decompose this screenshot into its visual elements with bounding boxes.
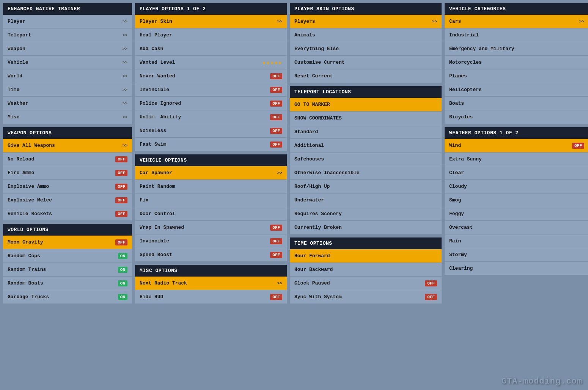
section-gap xyxy=(3,124,132,127)
rain[interactable]: Rain xyxy=(445,234,588,248)
animals-label: Animals xyxy=(294,32,315,38)
emergency-military[interactable]: Emergency and Military xyxy=(445,42,588,56)
wanted-level[interactable]: Wanted Level ★★★★★ xyxy=(135,56,287,69)
hour-forward[interactable]: Hour Forward xyxy=(290,249,442,263)
heal-player[interactable]: Heal Player xyxy=(135,28,287,42)
stormy[interactable]: Stormy xyxy=(445,248,588,262)
customise-current[interactable]: Customise Current xyxy=(290,56,442,69)
smog[interactable]: Smog xyxy=(445,193,588,207)
foggy-label: Foggy xyxy=(449,211,464,217)
hide-hud[interactable]: Hide HUD OFF xyxy=(135,290,287,304)
random-trains[interactable]: Random Trains ON xyxy=(3,263,132,277)
status-badge: OFF xyxy=(115,156,127,162)
random-cops[interactable]: Random Cops ON xyxy=(3,249,132,263)
cars[interactable]: Cars >> xyxy=(445,15,588,28)
moon-gravity[interactable]: Moon Gravity OFF xyxy=(3,236,132,249)
hour-backward[interactable]: Hour Backward xyxy=(290,263,442,277)
everything-else[interactable]: Everything Else xyxy=(290,42,442,56)
clearing-label: Clearing xyxy=(449,266,473,271)
garbage-trucks[interactable]: Garbage Trucks ON xyxy=(3,290,132,304)
roof-high-up-label: Roof/High Up xyxy=(294,184,330,189)
fire-ammo[interactable]: Fire Ammo OFF xyxy=(3,166,132,180)
show-coordinates[interactable]: SHOW COORDINATES xyxy=(290,112,442,125)
menu-world[interactable]: World >> xyxy=(3,69,132,83)
menu-weapon[interactable]: Weapon >> xyxy=(3,42,132,56)
industrial[interactable]: Industrial xyxy=(445,28,588,42)
foggy[interactable]: Foggy xyxy=(445,207,588,221)
wrap-in-spawned[interactable]: Wrap In Spawned OFF xyxy=(135,221,287,234)
status-badge: OFF xyxy=(115,170,127,176)
menu-teleport[interactable]: Teleport >> xyxy=(3,28,132,42)
invincible-player-label: Invincible xyxy=(140,87,169,93)
go-to-marker[interactable]: GO TO MARKER xyxy=(290,98,442,112)
sync-with-system[interactable]: Sync With System OFF xyxy=(290,290,442,304)
give-all-weapons[interactable]: Give All Weapons >> xyxy=(3,139,132,153)
door-control[interactable]: Door Control xyxy=(135,207,287,221)
currently-broken[interactable]: Currently Broken xyxy=(290,221,442,234)
never-wanted[interactable]: Never Wanted OFF xyxy=(135,69,287,83)
clearing[interactable]: Clearing xyxy=(445,262,588,275)
main-menu: Player >> Teleport >> Weapon >> Vehicle … xyxy=(3,15,132,124)
cloudy[interactable]: Cloudy xyxy=(445,180,588,193)
fast-swim[interactable]: Fast Swim OFF xyxy=(135,138,287,151)
no-reload[interactable]: No Reload OFF xyxy=(3,153,132,166)
noiseless[interactable]: Noiseless OFF xyxy=(135,124,287,138)
underwater[interactable]: Underwater xyxy=(290,193,442,207)
menu-time[interactable]: Time >> xyxy=(3,83,132,97)
noiseless-label: Noiseless xyxy=(140,128,166,134)
wind[interactable]: Wind OFF xyxy=(445,139,588,153)
sync-with-system-label: Sync With System xyxy=(294,294,342,300)
invincible-vehicle[interactable]: Invincible OFF xyxy=(135,234,287,248)
arrow-icon: >> xyxy=(123,19,127,24)
overcast[interactable]: Overcast xyxy=(445,221,588,234)
moon-gravity-label: Moon Gravity xyxy=(8,239,43,245)
requires-scenery[interactable]: Requires Scenery xyxy=(290,207,442,221)
police-ignored[interactable]: Police Ignored OFF xyxy=(135,97,287,110)
standard[interactable]: Standard xyxy=(290,125,442,139)
clear[interactable]: Clear xyxy=(445,166,588,180)
menu-player[interactable]: Player >> xyxy=(3,15,132,28)
vehicle-cat-menu: Cars >> Industrial Emergency and Militar… xyxy=(445,15,588,124)
invincible-player[interactable]: Invincible OFF xyxy=(135,83,287,97)
players[interactable]: Players >> xyxy=(290,15,442,28)
door-control-label: Door Control xyxy=(140,211,175,217)
fix[interactable]: Fix xyxy=(135,193,287,207)
section-gap xyxy=(290,83,442,86)
clock-paused[interactable]: Clock Paused OFF xyxy=(290,277,442,290)
extra-sunny[interactable]: Extra Sunny xyxy=(445,153,588,166)
vehicle-rockets[interactable]: Vehicle Rockets OFF xyxy=(3,207,132,221)
underwater-label: Underwater xyxy=(294,197,324,203)
safehouses[interactable]: Safehouses xyxy=(290,153,442,166)
player-skin[interactable]: Player Skin >> xyxy=(135,15,287,28)
next-radio-track[interactable]: Next Radio Track >> xyxy=(135,277,287,290)
helicopters[interactable]: Helicopters xyxy=(445,83,588,97)
car-spawner[interactable]: Car Spawner >> xyxy=(135,166,287,180)
paint-random-label: Paint Random xyxy=(140,184,175,189)
motorcycles[interactable]: Motorcycles xyxy=(445,56,588,69)
unlim-ability[interactable]: Unlim. Ability OFF xyxy=(135,110,287,124)
roof-high-up[interactable]: Roof/High Up xyxy=(290,180,442,193)
menu-weather[interactable]: Weather >> xyxy=(3,97,132,110)
reset-current[interactable]: Reset Current xyxy=(290,69,442,83)
additional[interactable]: Additional xyxy=(290,139,442,153)
menu-vehicle[interactable]: Vehicle >> xyxy=(3,56,132,69)
menu-misc[interactable]: Misc >> xyxy=(3,110,132,124)
col2-panel: PLAYER OPTIONS 1 OF 2 Player Skin >> Hea… xyxy=(135,3,287,304)
planes[interactable]: Planes xyxy=(445,69,588,83)
explosive-ammo[interactable]: Explosive Ammo OFF xyxy=(3,180,132,193)
section-gap xyxy=(290,234,442,237)
animals[interactable]: Animals xyxy=(290,28,442,42)
speed-boost[interactable]: Speed Boost OFF xyxy=(135,248,287,262)
status-badge: OFF xyxy=(115,211,127,217)
paint-random[interactable]: Paint Random xyxy=(135,180,287,193)
boats[interactable]: Boats xyxy=(445,97,588,110)
add-cash[interactable]: Add Cash xyxy=(135,42,287,56)
menu-weapon-label: Weapon xyxy=(8,46,25,52)
bicycles[interactable]: Bicycles xyxy=(445,110,588,124)
vehicle-rockets-label: Vehicle Rockets xyxy=(8,211,52,217)
random-boats[interactable]: Random Boats ON xyxy=(3,277,132,290)
otherwise-inaccessible[interactable]: Otherwise Inaccessible xyxy=(290,166,442,180)
rain-label: Rain xyxy=(449,238,461,244)
explosive-melee[interactable]: Explosive Melee OFF xyxy=(3,193,132,207)
arrow-icon: >> xyxy=(277,19,282,24)
